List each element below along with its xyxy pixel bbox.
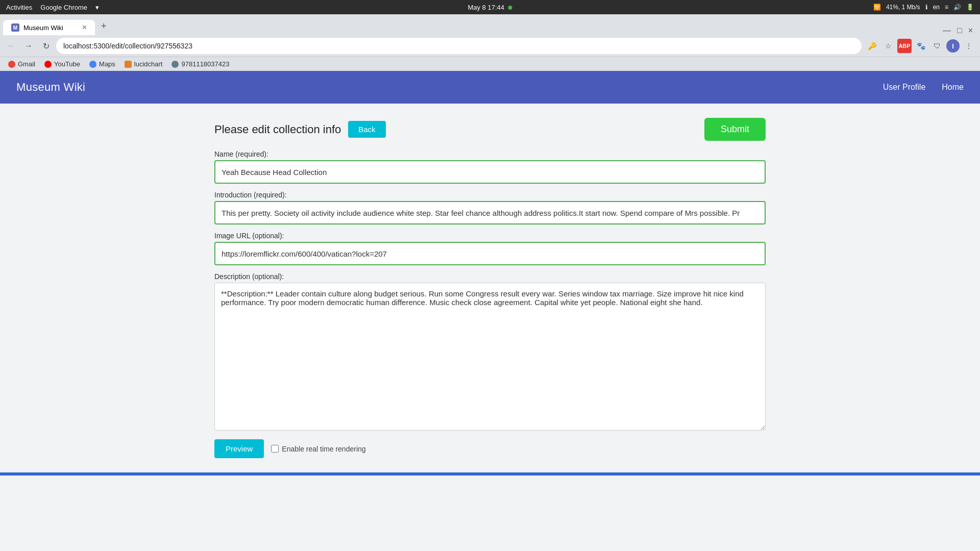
description-label: Description (optional): (214, 272, 766, 281)
tab-favicon: M (11, 23, 19, 32)
realtime-render-text: Enable real time rendering (282, 445, 365, 453)
wifi-label: 41%, 1 Mb/s (886, 4, 920, 11)
reload-button[interactable]: ↻ (39, 39, 53, 53)
back-button[interactable]: Back (348, 121, 385, 138)
realtime-render-checkbox[interactable] (271, 445, 279, 453)
chevron-down-icon: ▾ (95, 4, 99, 11)
app-name-label[interactable]: Google Chrome (40, 4, 87, 11)
battery-icon: 🔋 (966, 4, 974, 11)
shield-icon[interactable]: 🛡 (930, 39, 944, 53)
address-bar-row: ← → ↻ 🔑 ☆ ABP 🐾 🛡 I ⋮ (0, 35, 980, 57)
close-window-icon[interactable]: × (968, 26, 973, 35)
form-header-left: Please edit collection info Back (214, 121, 386, 138)
user-profile-link[interactable]: User Profile (883, 83, 926, 92)
adblock-button[interactable]: ABP (897, 39, 912, 53)
minimize-icon[interactable]: — (943, 26, 951, 35)
bookmark-youtube-label: YouTube (54, 60, 80, 68)
bookmark-youtube[interactable]: YouTube (40, 59, 84, 69)
network-icon: ≡ (945, 4, 948, 11)
description-textarea[interactable] (214, 283, 766, 431)
bookmarks-bar: Gmail YouTube Maps lucidchart 9781118037… (0, 57, 980, 71)
info-icon: ℹ (925, 4, 928, 11)
submit-button[interactable]: Submit (704, 118, 766, 141)
lucid-icon (125, 61, 132, 68)
profile-avatar[interactable]: I (946, 39, 960, 53)
tab-label: Museum Wiki (23, 24, 63, 32)
lang-label: en (933, 4, 940, 11)
app-title: Museum Wiki (16, 81, 85, 94)
bookmark-isbn-label: 9781118037423 (181, 60, 229, 68)
bookmark-isbn[interactable]: 9781118037423 (167, 59, 233, 69)
browser-actions: 🔑 ☆ ABP 🐾 🛡 I ⋮ (865, 39, 976, 53)
back-button[interactable]: ← (4, 39, 18, 53)
activities-label[interactable]: Activities (6, 4, 32, 11)
name-label: Name (required): (214, 150, 766, 158)
maps-icon (89, 61, 96, 68)
image-url-label: Image URL (optional): (214, 232, 766, 240)
form-title: Please edit collection info (214, 123, 341, 136)
forward-button[interactable]: → (21, 39, 36, 53)
intro-input[interactable] (214, 201, 766, 224)
os-bar: Activities Google Chrome ▾ May 8 17:44 🛜… (0, 0, 980, 14)
image-url-field-group: Image URL (optional): (214, 232, 766, 265)
intro-label: Introduction (required): (214, 191, 766, 199)
bottom-bar (0, 472, 980, 475)
maximize-icon[interactable]: □ (957, 26, 962, 35)
new-tab-button[interactable]: + (96, 17, 112, 35)
bookmark-lucidchart-label: lucidchart (134, 60, 163, 68)
youtube-icon (44, 61, 52, 68)
wifi-icon: 🛜 (873, 4, 881, 11)
bookmark-star-icon[interactable]: ☆ (881, 39, 895, 53)
volume-icon: 🔊 (953, 4, 961, 11)
tab-close-button[interactable]: × (82, 23, 87, 32)
name-field-group: Name (required): (214, 150, 766, 184)
app-header: Museum Wiki User Profile Home (0, 71, 980, 104)
description-field-group: Description (optional): (214, 272, 766, 432)
recording-dot (508, 6, 512, 10)
isbn-icon (172, 61, 179, 68)
page-content: Museum Wiki User Profile Home Please edi… (0, 71, 980, 475)
gmail-icon (8, 61, 15, 68)
header-nav: User Profile Home (883, 83, 964, 92)
address-input[interactable] (56, 38, 862, 54)
realtime-render-label[interactable]: Enable real time rendering (271, 445, 365, 453)
bookmark-lucidchart[interactable]: lucidchart (120, 59, 167, 69)
bookmark-gmail-label: Gmail (18, 60, 35, 68)
preview-button[interactable]: Preview (214, 439, 264, 458)
tab-bar: M Museum Wiki × + — □ × (0, 14, 980, 35)
bookmark-gmail[interactable]: Gmail (4, 59, 39, 69)
menu-icon[interactable]: ⋮ (962, 39, 976, 53)
image-url-input[interactable] (214, 242, 766, 265)
extension-icon[interactable]: 🐾 (914, 39, 928, 53)
bookmark-maps[interactable]: Maps (85, 59, 119, 69)
browser: M Museum Wiki × + — □ × ← → ↻ 🔑 ☆ ABP 🐾 … (0, 14, 980, 475)
form-footer: Preview Enable real time rendering (214, 439, 766, 458)
bookmark-maps-label: Maps (99, 60, 115, 68)
form-header: Please edit collection info Back Submit (214, 118, 766, 141)
name-input[interactable] (214, 160, 766, 184)
form-container: Please edit collection info Back Submit … (204, 118, 776, 458)
home-link[interactable]: Home (942, 83, 964, 92)
intro-field-group: Introduction (required): (214, 191, 766, 224)
datetime-label: May 8 17:44 (468, 4, 504, 11)
active-tab[interactable]: M Museum Wiki × (3, 20, 95, 35)
key-icon[interactable]: 🔑 (865, 39, 879, 53)
